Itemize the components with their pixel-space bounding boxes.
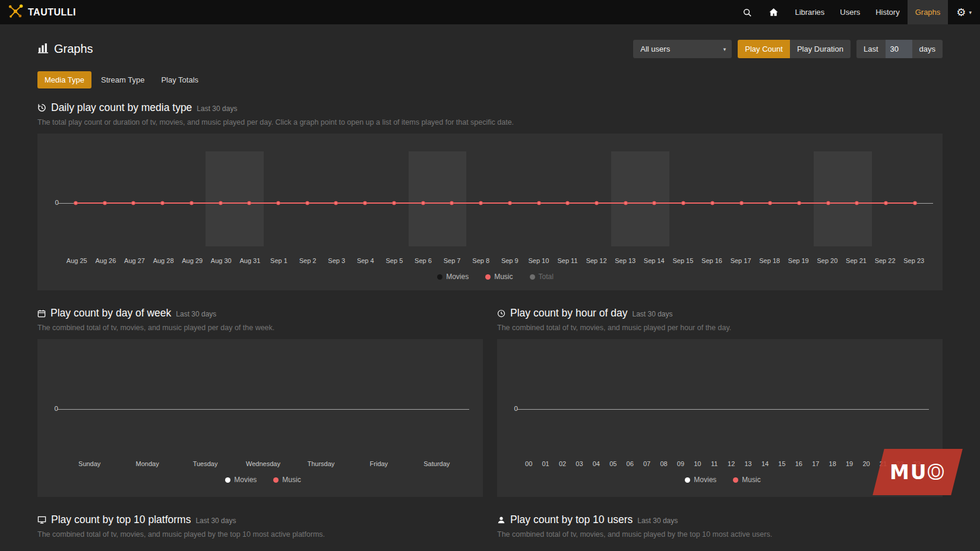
series-data-point[interactable] <box>855 201 859 205</box>
tab-play-totals[interactable]: Play Totals <box>154 71 206 88</box>
axis-tick-label: Sep 20 <box>813 257 842 264</box>
section-header: Play count by hour of day Last 30 days <box>497 307 943 319</box>
axis-tick-label: Sep 1 <box>264 257 293 264</box>
axis-tick-label: Sep 9 <box>495 257 524 264</box>
days-input[interactable] <box>886 40 912 58</box>
legend-item-movies[interactable]: Movies <box>685 476 716 484</box>
axis-tick-label: 02 <box>554 460 571 467</box>
series-data-point[interactable] <box>189 201 194 205</box>
legend-item-music[interactable]: Music <box>485 273 513 281</box>
series-data-point[interactable] <box>624 201 628 205</box>
axis-tick-label: 03 <box>571 460 587 467</box>
series-data-point[interactable] <box>160 201 165 205</box>
series-data-point[interactable] <box>913 201 917 205</box>
chart-title: Play count by top 10 users <box>510 514 633 526</box>
page-title-text: Graphs <box>54 42 93 56</box>
axis-tick-label: Sep 7 <box>438 257 467 264</box>
axis-tick-label: Wednesday <box>234 460 292 467</box>
series-data-point[interactable] <box>247 201 251 205</box>
axis-tick-label: Sep 17 <box>726 257 755 264</box>
series-data-point[interactable] <box>739 201 744 205</box>
legend-item-total[interactable]: Total <box>530 273 554 281</box>
series-data-point[interactable] <box>710 201 715 205</box>
series-data-point[interactable] <box>565 201 570 205</box>
y-axis-tick-label: 0 <box>502 405 518 412</box>
axis-tick-label: Sunday <box>61 460 118 467</box>
tautulli-logo[interactable]: TAUTULLI <box>0 3 82 21</box>
series-data-point[interactable] <box>103 201 107 205</box>
series-data-point[interactable] <box>652 201 656 205</box>
series-data-point[interactable] <box>421 201 425 205</box>
tab-media-type[interactable]: Media Type <box>37 71 91 88</box>
nav-link-history[interactable]: History <box>868 0 907 24</box>
plot-area: 0 <box>62 151 928 246</box>
settings-menu[interactable]: ⚙ ▾ <box>948 0 980 24</box>
legend-item-movies[interactable]: Movies <box>225 476 257 484</box>
axis-tick-label: Aug 29 <box>178 257 207 264</box>
series-data-point[interactable] <box>537 201 541 205</box>
legend-label: Movies <box>694 476 716 484</box>
nav-link-graphs[interactable]: Graphs <box>908 0 949 24</box>
axis-tick-label: Sep 2 <box>293 257 323 264</box>
section-header: Play count by day of week Last 30 days <box>37 307 483 319</box>
series-data-point[interactable] <box>392 201 396 205</box>
series-data-point[interactable] <box>479 201 483 205</box>
chart-subtitle: Last 30 days <box>197 104 237 113</box>
days-label: days <box>912 40 943 58</box>
series-data-point[interactable] <box>681 201 685 205</box>
legend-label: Movies <box>234 476 257 484</box>
series-data-point[interactable] <box>826 201 830 205</box>
axis-tick-label: 06 <box>621 460 638 467</box>
series-data-point[interactable] <box>508 201 512 205</box>
chart-legend: MoviesMusic <box>520 476 925 484</box>
series-data-point[interactable] <box>595 201 599 205</box>
bar-chart-icon <box>37 42 49 56</box>
nav-link-users[interactable]: Users <box>832 0 868 24</box>
plot-area: 0 <box>520 339 925 457</box>
play-duration-button[interactable]: Play Duration <box>790 40 851 58</box>
play-count-button[interactable]: Play Count <box>738 40 790 58</box>
x-axis-labels: 0001020304050607080910111213141516171819… <box>520 460 925 467</box>
series-data-point[interactable] <box>305 201 309 205</box>
y-axis-tick-label: 0 <box>43 199 59 206</box>
series-data-point[interactable] <box>884 201 888 205</box>
zero-axis-line <box>57 409 469 410</box>
legend-item-music[interactable]: Music <box>273 476 301 484</box>
series-data-point[interactable] <box>450 201 454 205</box>
chart-subtitle: Last 30 days <box>632 310 672 318</box>
series-data-point[interactable] <box>768 201 772 205</box>
series-data-point[interactable] <box>363 201 367 205</box>
series-data-point[interactable] <box>797 201 801 205</box>
page-header: Graphs All users ▾ Play Count Play Durat… <box>37 40 943 58</box>
users-filter-select[interactable]: All users ▾ <box>633 40 732 58</box>
zero-axis-line <box>517 409 929 410</box>
axis-tick-label: Saturday <box>408 460 466 467</box>
tab-stream-type[interactable]: Stream Type <box>94 71 151 88</box>
section-daily-play-count: Daily play count by media type Last 30 d… <box>37 102 943 290</box>
axis-tick-label: 04 <box>588 460 605 467</box>
plot-area: 0 <box>61 339 466 457</box>
series-data-point[interactable] <box>276 201 280 205</box>
series-data-point[interactable] <box>74 201 78 205</box>
axis-tick-label: Sep 10 <box>524 257 554 264</box>
search-icon[interactable] <box>734 0 760 24</box>
chart-description: The combined total of tv, movies, and mu… <box>497 324 943 332</box>
section-top-users: Play count by top 10 users Last 30 days … <box>497 514 943 539</box>
series-data-point[interactable] <box>219 201 223 205</box>
section-header: Play count by top 10 platforms Last 30 d… <box>37 514 483 526</box>
gear-icon: ⚙ <box>956 7 966 18</box>
series-data-point[interactable] <box>334 201 338 205</box>
nav-link-libraries[interactable]: Libraries <box>787 0 832 24</box>
home-icon[interactable] <box>760 0 787 24</box>
legend-label: Music <box>742 476 760 484</box>
axis-tick-label: Aug 31 <box>236 257 265 264</box>
count-duration-toggle: Play Count Play Duration <box>738 40 851 58</box>
chart-description: The total play count or duration of tv, … <box>37 118 943 126</box>
axis-tick-label: Sep 21 <box>842 257 871 264</box>
series-data-point[interactable] <box>131 201 135 205</box>
axis-tick-label: Tuesday <box>176 460 234 467</box>
page-title: Graphs <box>37 42 93 56</box>
legend-item-movies[interactable]: Movies <box>437 273 469 281</box>
legend-item-music[interactable]: Music <box>733 476 760 484</box>
axis-tick-label: Sep 15 <box>669 257 698 264</box>
